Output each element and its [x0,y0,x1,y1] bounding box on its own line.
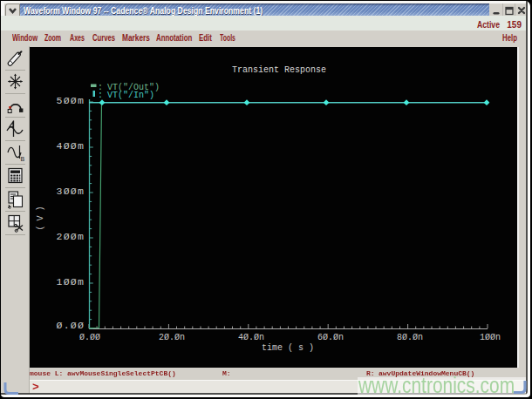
svg-text:time ( s ): time ( s ) [262,343,314,353]
svg-text:Transient Response: Transient Response [232,65,326,75]
svg-text:4ØØm: 4ØØm [57,140,85,152]
svg-text::: : [98,91,103,100]
svg-text:5ØØm: 5ØØm [57,95,85,106]
svg-text:(V): (V) [36,201,45,230]
svg-text:Ø.ØØ: Ø.ØØ [79,333,100,342]
svg-text:Ø.ØØ: Ø.ØØ [57,320,85,331]
svg-text:6Ø.Øn: 6Ø.Øn [317,333,344,342]
svg-text:2Ø.Øn: 2Ø.Øn [159,333,185,342]
svg-text:VT("/In"): VT("/In") [107,91,154,100]
svg-text:4Ø.Øn: 4Ø.Øn [238,333,264,342]
svg-text:1ØØm: 1ØØm [57,276,85,287]
svg-text:2ØØm: 2ØØm [57,231,85,242]
svg-text:3ØØm: 3ØØm [57,186,85,197]
svg-text:8Ø.Øn: 8Ø.Øn [397,333,423,342]
svg-text:B: B [21,156,25,162]
svg-text:1ØØn: 1ØØn [480,333,501,342]
